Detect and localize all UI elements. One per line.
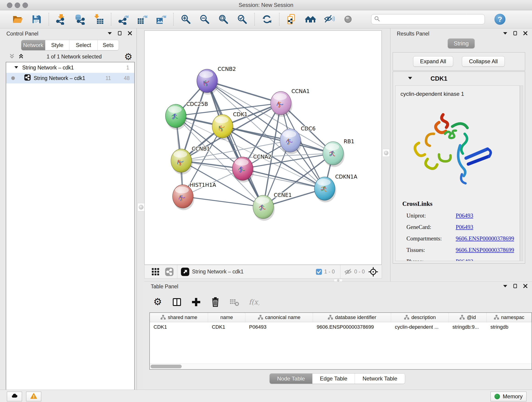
crosslink-link[interactable]: 9606.ENSP00000378699 (456, 235, 514, 242)
network-node-CCNB2[interactable] (197, 69, 219, 95)
network-node-CDKN1A[interactable] (314, 177, 336, 202)
tab-node-table[interactable]: Node Table (270, 374, 312, 384)
control-panel-title: Control Panel (6, 31, 38, 37)
collection-expand-icon[interactable] (14, 65, 19, 71)
help-button[interactable]: ? (494, 14, 505, 25)
crosslink-link[interactable]: P06493 (456, 258, 473, 261)
collection-label: String Network – cdk1 (22, 65, 74, 71)
table-cell[interactable]: cyclin-dependent ... (391, 324, 449, 330)
columns-icon[interactable] (171, 296, 183, 308)
network-edge[interactable] (222, 126, 333, 153)
clone-network-icon[interactable] (284, 12, 299, 27)
results-tab-string[interactable]: String (448, 38, 475, 48)
open-session-icon[interactable] (10, 12, 25, 27)
column-header-shared-name[interactable]: shared name (150, 313, 208, 322)
zoom-selected-icon[interactable] (234, 12, 250, 27)
selected-checkbox-icon[interactable] (316, 268, 322, 275)
import-table-file-icon[interactable] (91, 12, 106, 27)
zoom-out-icon[interactable] (197, 12, 212, 27)
birdseye-view-icon[interactable] (181, 267, 190, 276)
tab-network-table[interactable]: Network Table (355, 374, 405, 384)
crosslink-link[interactable]: P06493 (456, 212, 473, 219)
network-options-gear-icon[interactable]: ⚙ (124, 52, 133, 61)
gear-icon[interactable]: ⚙ (151, 296, 164, 308)
expand-all-networks-icon[interactable] (9, 53, 15, 60)
left-splitter-grip[interactable] (138, 203, 145, 211)
crosshair-icon[interactable] (368, 267, 378, 277)
tab-edge-table[interactable]: Edge Table (312, 374, 355, 384)
table-hscrollbar-thumb[interactable] (151, 365, 182, 368)
column-header-namespac[interactable]: namespac (487, 313, 532, 322)
table-row[interactable]: CDK1CDK1P064939606.ENSP00000378699cyclin… (150, 322, 532, 332)
expand-all-button[interactable]: Expand All (413, 56, 453, 67)
column-header-canonical-name[interactable]: canonical name (245, 313, 313, 322)
share-view-icon[interactable] (165, 267, 174, 276)
panel-menu-icon[interactable] (503, 31, 508, 37)
column-header-description[interactable]: description (391, 313, 449, 322)
export-table-icon[interactable] (135, 12, 150, 27)
zoom-fit-icon[interactable] (216, 12, 231, 27)
cloud-button[interactable] (7, 392, 22, 401)
network-node-CCNE1[interactable] (253, 195, 275, 221)
column-header-database-identifier[interactable]: database identifier (313, 313, 391, 322)
table-cell[interactable]: P06493 (245, 324, 313, 330)
import-network-file-icon[interactable] (54, 12, 69, 27)
grid-view-icon[interactable] (151, 267, 160, 276)
column-header-@id[interactable]: @id (449, 313, 487, 322)
crosslink-link[interactable]: P06493 (456, 224, 473, 230)
table-cell[interactable]: CDK1 (150, 324, 208, 330)
network-node-CDC25B[interactable] (165, 104, 187, 130)
export-network-icon[interactable] (116, 12, 131, 27)
network-node-RB1[interactable] (323, 142, 345, 167)
table-cell[interactable]: 9606.ENSP00000378699 (313, 324, 391, 330)
panel-menu-icon[interactable] (107, 31, 112, 37)
add-icon[interactable] (190, 296, 203, 308)
crosslink-label: GeneCard: (406, 224, 456, 230)
search-input[interactable] (380, 15, 485, 24)
tab-style[interactable]: Style (45, 40, 69, 50)
gray-eye-icon[interactable] (341, 12, 355, 27)
hide-selected-icon[interactable] (322, 12, 337, 27)
network-node-HIST1H1A[interactable] (172, 185, 194, 210)
panel-close-icon[interactable] (523, 283, 528, 289)
network-node-CDK1[interactable] (212, 115, 234, 140)
table-cell[interactable]: stringdb (487, 324, 532, 330)
import-network-database-icon[interactable] (72, 12, 88, 27)
table-cell[interactable]: CDK1 (208, 324, 245, 330)
panel-menu-icon[interactable] (503, 283, 508, 289)
network-node-CCNB1[interactable] (171, 149, 193, 174)
hidden-eye-icon[interactable] (344, 268, 352, 276)
network-collection-row[interactable]: String Network – cdk1 1 (6, 62, 134, 73)
network-edge[interactable] (183, 196, 263, 207)
warning-button[interactable] (26, 392, 41, 401)
panel-float-icon[interactable] (117, 31, 122, 37)
refresh-view-icon[interactable] (259, 12, 274, 27)
table-tabs: Node TableEdge TableNetwork Table (269, 373, 405, 384)
two-houses-icon[interactable] (303, 12, 318, 27)
panel-close-icon[interactable] (523, 31, 528, 37)
tab-network[interactable]: Network (21, 40, 45, 50)
network-node-CCNA1[interactable] (271, 91, 292, 117)
network-row[interactable]: String Network – cdk1 11 48 (6, 73, 134, 83)
results-scrollbar[interactable] (520, 85, 523, 261)
save-session-icon[interactable] (29, 12, 44, 27)
protein-section-header[interactable]: CDK1 (393, 72, 525, 85)
crosslink-link[interactable]: 9606.ENSP00000378699 (456, 247, 514, 253)
panel-close-icon[interactable] (127, 31, 133, 37)
tab-sets[interactable]: Sets (97, 40, 119, 50)
collapse-all-networks-icon[interactable] (18, 53, 24, 60)
trash-icon[interactable] (209, 296, 222, 308)
tab-select[interactable]: Select (69, 40, 97, 50)
column-header-name[interactable]: name (208, 313, 245, 322)
memory-button[interactable]: Memory (491, 392, 526, 401)
panel-float-icon[interactable] (513, 31, 518, 37)
collapse-all-button[interactable]: Collapse All (462, 56, 505, 67)
zoom-in-icon[interactable] (178, 12, 193, 27)
network-canvas[interactable]: CCNB2CCNA1CDC25BCDK1CDC6RB1CCNB1CCNA2CDK… (144, 31, 382, 265)
export-image-icon[interactable] (153, 12, 169, 27)
table-cell[interactable]: stringdb:9... (449, 324, 487, 330)
right-splitter-grip[interactable] (382, 149, 390, 157)
section-collapse-icon[interactable] (408, 76, 413, 81)
panel-float-icon[interactable] (513, 283, 518, 289)
network-edge[interactable] (207, 81, 263, 207)
